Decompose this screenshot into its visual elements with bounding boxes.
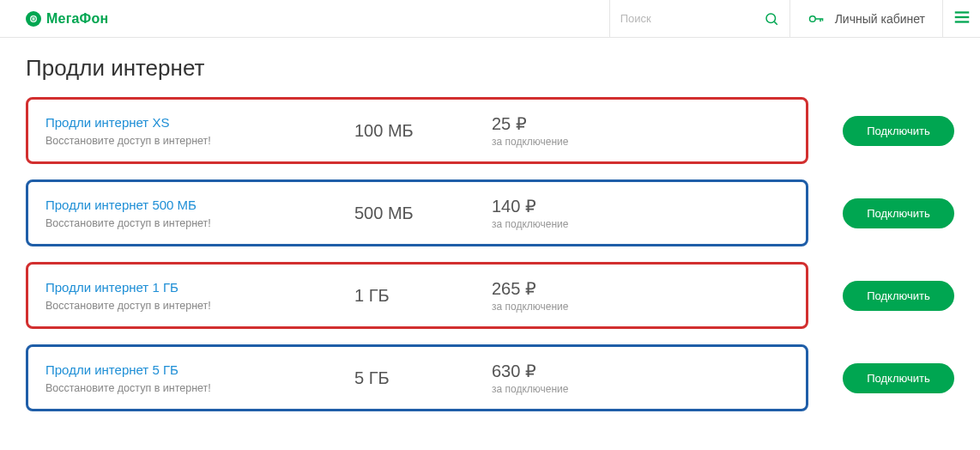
header: МегаФон Личный кабинет — [0, 0, 980, 38]
plan-quota: 500 МБ — [354, 204, 492, 223]
plan-subtitle: Восстановите доступ в интернет! — [45, 135, 354, 147]
brand-name: МегаФон — [46, 11, 108, 27]
plan-price: 265 ₽ — [492, 278, 629, 299]
connect-button[interactable]: Подключить — [843, 281, 954, 311]
plan-subtitle: Восстановите доступ в интернет! — [45, 217, 354, 229]
search-input[interactable] — [620, 12, 764, 25]
hamburger-icon — [953, 8, 971, 30]
plan-info: Продли интернет 5 ГБВосстановите доступ … — [45, 362, 354, 394]
search-icon[interactable] — [764, 11, 779, 27]
logo[interactable]: МегаФон — [26, 11, 108, 27]
plan-info: Продли интернет XSВосстановите доступ в … — [45, 115, 354, 147]
personal-cabinet-link[interactable]: Личный кабинет — [789, 0, 942, 38]
plan-price-sub: за подключение — [492, 301, 629, 313]
plan-card[interactable]: Продли интернет 500 МБВосстановите досту… — [26, 179, 808, 246]
plan-price-sub: за подключение — [492, 218, 629, 230]
cabinet-label: Личный кабинет — [835, 12, 925, 26]
plan-quota: 100 МБ — [354, 121, 492, 141]
plan-row: Продли интернет 1 ГБВосстановите доступ … — [26, 262, 954, 329]
plan-price-wrap: 25 ₽за подключение — [492, 113, 629, 148]
plan-price-wrap: 140 ₽за подключение — [492, 196, 629, 230]
plan-subtitle: Восстановите доступ в интернет! — [45, 382, 354, 394]
plan-info: Продли интернет 500 МБВосстановите досту… — [45, 198, 354, 229]
plan-title[interactable]: Продли интернет 500 МБ — [45, 198, 354, 212]
plan-quota: 5 ГБ — [354, 368, 492, 388]
connect-button[interactable]: Подключить — [843, 116, 954, 146]
key-icon — [808, 10, 825, 27]
page-title: Продли интернет — [26, 55, 954, 82]
plan-price-sub: за подключение — [492, 136, 629, 148]
plan-price-wrap: 265 ₽за подключение — [492, 278, 629, 313]
plan-quota: 1 ГБ — [354, 286, 492, 306]
svg-point-1 — [766, 14, 776, 23]
plan-price: 25 ₽ — [492, 113, 629, 134]
plan-title[interactable]: Продли интернет 1 ГБ — [45, 280, 354, 295]
plan-card[interactable]: Продли интернет 5 ГБВосстановите доступ … — [26, 344, 808, 411]
logo-icon — [26, 11, 41, 27]
plan-list: Продли интернет XSВосстановите доступ в … — [26, 97, 954, 411]
plan-card[interactable]: Продли интернет XSВосстановите доступ в … — [26, 97, 808, 164]
plan-row: Продли интернет 5 ГБВосстановите доступ … — [26, 344, 954, 411]
connect-button[interactable]: Подключить — [843, 198, 954, 228]
svg-line-2 — [774, 21, 777, 24]
connect-button[interactable]: Подключить — [843, 363, 954, 393]
search-box — [609, 0, 789, 38]
svg-point-0 — [31, 15, 37, 21]
content-area: Продли интернет Продли интернет XSВосста… — [0, 38, 980, 411]
plan-price: 140 ₽ — [492, 196, 629, 216]
plan-price: 630 ₽ — [492, 361, 629, 381]
plan-subtitle: Восстановите доступ в интернет! — [45, 300, 354, 312]
plan-price-sub: за подключение — [492, 383, 629, 395]
plan-title[interactable]: Продли интернет 5 ГБ — [45, 362, 354, 377]
plan-info: Продли интернет 1 ГБВосстановите доступ … — [45, 280, 354, 312]
plan-title[interactable]: Продли интернет XS — [45, 115, 354, 130]
plan-card[interactable]: Продли интернет 1 ГБВосстановите доступ … — [26, 262, 808, 329]
plan-row: Продли интернет 500 МБВосстановите досту… — [26, 179, 954, 246]
plan-price-wrap: 630 ₽за подключение — [492, 361, 629, 395]
svg-point-3 — [809, 15, 815, 21]
menu-button[interactable] — [942, 0, 980, 38]
plan-row: Продли интернет XSВосстановите доступ в … — [26, 97, 954, 164]
